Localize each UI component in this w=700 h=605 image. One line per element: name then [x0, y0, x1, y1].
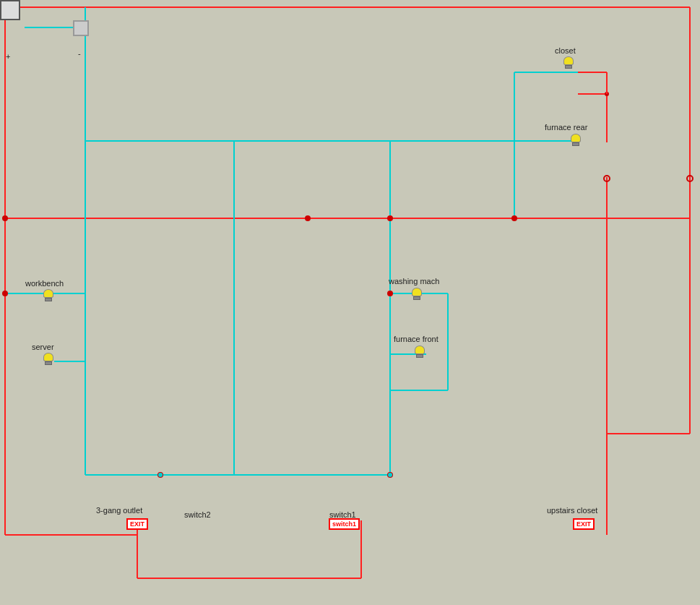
workbench-bulb	[42, 289, 55, 305]
furnace-front-bulb	[413, 346, 426, 361]
furnace-front-component	[413, 346, 426, 361]
svg-point-42	[387, 291, 393, 296]
washing-mach-component	[410, 288, 423, 304]
svg-point-47	[158, 473, 163, 477]
workbench-component	[42, 289, 55, 305]
furnace-rear-component	[569, 134, 582, 150]
svg-point-37	[2, 215, 8, 221]
server-bulb	[42, 353, 55, 369]
server-label: server	[32, 343, 54, 351]
upstairs-closet-exit[interactable]: EXIT	[573, 518, 595, 530]
svg-point-41	[2, 291, 8, 296]
furnace-rear-bulb	[569, 134, 582, 150]
upstairs-closet-label: upstairs closet	[547, 506, 597, 515]
switch1-exit[interactable]: switch1	[329, 518, 360, 530]
svg-point-39	[387, 215, 393, 221]
power-source-negative	[73, 20, 89, 36]
switch2-label: switch2	[184, 510, 211, 519]
closet-bulb	[562, 56, 575, 72]
workbench-label: workbench	[25, 279, 64, 288]
svg-point-38	[305, 215, 311, 221]
power-minus-label: -	[78, 49, 81, 58]
three-gang-label: 3-gang outlet	[96, 506, 142, 515]
svg-point-40	[511, 215, 517, 221]
server-component	[42, 353, 55, 369]
washing-mach-label: washing mach	[389, 277, 439, 286]
washing-mach-bulb	[410, 288, 423, 304]
power-plus-label: +	[6, 52, 10, 61]
power-source-positive	[0, 0, 20, 20]
three-gang-exit[interactable]: EXIT	[126, 518, 148, 530]
closet-component	[562, 56, 575, 72]
switch1-label: switch1	[329, 510, 356, 519]
furnace-front-label: furnace front	[394, 335, 438, 343]
furnace-rear-label: furnace rear	[545, 123, 587, 132]
svg-point-48	[388, 473, 392, 477]
closet-label: closet	[555, 46, 576, 55]
